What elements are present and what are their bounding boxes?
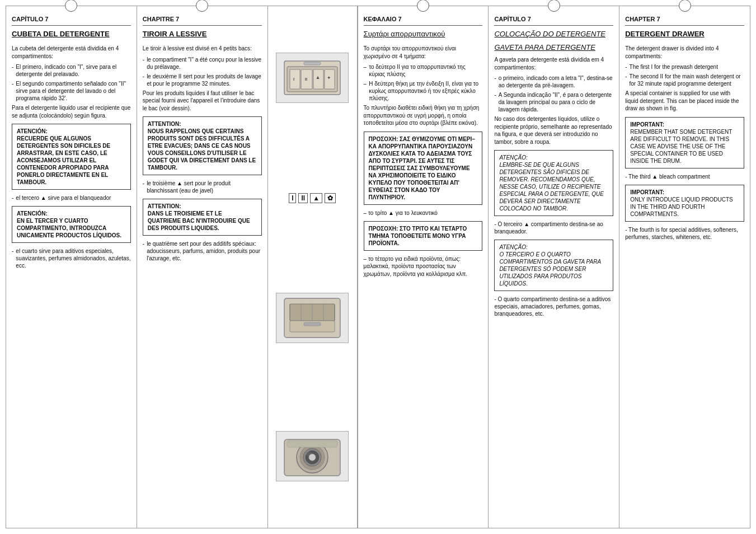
appliance-drum: [276, 431, 349, 481]
appliance-svg-mid: [281, 296, 343, 340]
appliance-drawer-top: I II ▲ ✦: [276, 53, 349, 103]
bullet2-english: - The third ▲ bleach compartment: [625, 173, 744, 180]
circle-top-french: [196, 0, 208, 12]
bullet-spanish-0: - El primero, indicado con "I", sirve pa…: [12, 63, 131, 78]
icon-II: II: [298, 193, 308, 203]
icon-flower: ✿: [325, 193, 336, 203]
body3-greek: – το τέταρτο για ειδικά προϊόντα, όπως: …: [364, 255, 483, 278]
attention2-portuguese: ATENÇÃO: O TERCEIRO E O QUARTO COMPARTIM…: [494, 240, 613, 291]
icon-triangle: ▲: [310, 193, 322, 203]
chapter-label-french: CHAPITRE 7: [143, 15, 262, 26]
bullet-french-0: - le compartiment "I" a été conçu pour l…: [143, 56, 262, 71]
bullet-greek-1: – Η δεύτερη θήκη με την ένδειξη II, είνα…: [364, 80, 483, 102]
svg-point-27: [309, 454, 316, 461]
appliance-svg-top: I II ▲ ✦: [281, 55, 343, 100]
attention1-greek: ΠΡΟΣΟΧΗ: ΣΑΣ ΘΥΜΙΖΟΥΜΕ ΟΤΙ ΜΕΡΙ–ΚΑ ΑΠΟΡΡ…: [364, 132, 483, 205]
body2-greek: Το πλυντήριο διαθέτει ειδική θήκη για τη…: [364, 104, 483, 127]
col-images: I II ▲ ✦ I II ▲ ✿: [268, 6, 358, 528]
chapter-label-greek: ΚΕΦΑΛΑΙΟ 7: [364, 15, 483, 26]
chapter-label-spanish: CAPÍTULO 7: [12, 15, 131, 26]
svg-text:▲: ▲: [316, 74, 321, 80]
col-greek: ΚΕΦΑΛΑΙΟ 7 Συρτάρι απορρυπαντικού Το συρ…: [358, 6, 489, 528]
col-spanish: CAPÍTULO 7 CUBETA DEL DETERGENTE La cube…: [6, 6, 137, 528]
bullet-portuguese-1: - A Segunda indicação "II", é para o det…: [494, 91, 613, 113]
chapter-label-english: CHAPTER 7: [625, 15, 744, 26]
col-french: CHAPITRE 7 TIROIR A LESSIVE Le tiroir à …: [137, 6, 268, 528]
bullet2-greek: – το τρίτο ▲ για το λευκαντικό: [364, 209, 483, 217]
chapter-label-portuguese: CAPÍTULO 7: [494, 15, 613, 26]
attention1-portuguese: ATENÇÃO: LEMBRE-SE DE QUE ALGUNS DETERGE…: [494, 150, 613, 216]
col-english: CHAPTER 7 DETERGENT DRAWER The detergent…: [619, 6, 750, 528]
body1-english: The detergent drawer is divided into 4 c…: [625, 45, 744, 60]
body3-english: - The fourth is for special additives, s…: [625, 226, 744, 241]
body1-spanish: La cubeta del detergente está dividida e…: [12, 45, 131, 60]
body2-english: A special container is supplied for use …: [625, 90, 744, 113]
appliance-drawer-open: [276, 293, 349, 343]
icons-row: I II ▲ ✿: [289, 193, 336, 203]
col-portuguese: CAPÍTULO 7 COLOCAÇÃO DO DETERGENTE GAVET…: [489, 6, 619, 528]
body2-spanish: Para el detergente liquido usar el recip…: [12, 104, 131, 119]
attention2-spanish: ATENCIÓN: EN EL TERCER Y CUARTO COMPARTI…: [12, 206, 131, 243]
bullet-english-1: - The second II for the main wash deterg…: [625, 73, 744, 87]
attention2-french: ATTENTION: DANS LE TROISIEME ET LE QUATR…: [143, 199, 262, 236]
chapter-title-greek: Συρτάρι απορρυπαντικού: [364, 29, 483, 39]
chapter-title-english: DETERGENT DRAWER: [625, 29, 744, 39]
circle-top-spanish: [65, 0, 77, 12]
appliance-svg-bot: [281, 434, 343, 479]
svg-rect-26: [287, 441, 337, 447]
attention1-french: ATTENTION: NOUS RAPPELONS QUE CERTAINS P…: [143, 116, 262, 175]
bullet-portuguese-0: - o primeiro, indicado com a letra "I", …: [494, 74, 613, 89]
bullet-spanish-1: - El segundo compartimento señalado con …: [12, 80, 131, 102]
svg-text:I: I: [293, 77, 294, 82]
body3-french: - le quatrième sert pour des additifs sp…: [143, 240, 262, 262]
body3-spanish: - el cuarto sirve para aditivos especial…: [12, 247, 131, 269]
circle-top-english: [679, 0, 691, 12]
svg-text:✦: ✦: [327, 75, 331, 81]
circle-top-portuguese: [548, 0, 560, 12]
bullet2-spanish: - el tercero ▲ sirve para el blanqueador: [12, 194, 131, 202]
body1-portuguese: A gaveta para detergente está dividida e…: [494, 56, 613, 71]
attention1-spanish: ATENCIÓN: RECUERDE QUE ALGUNOS DETERGENT…: [12, 124, 131, 190]
columns-container: CAPÍTULO 7 CUBETA DEL DETERGENTE La cube…: [6, 6, 750, 528]
bullet-greek-0: – το δεύτερο II για το απορρυπαντικό της…: [364, 63, 483, 78]
icon-I: I: [289, 193, 296, 203]
attention2-english: IMPORTANT: ONLY INTRODUCE LIQUID PRODUCT…: [625, 185, 744, 222]
attention1-english: IMPORTANT: REMEMBER THAT SOME DETERGENT …: [625, 117, 744, 168]
chapter-title-french: TIROIR A LESSIVE: [143, 29, 262, 39]
bullet2-french: - le troisième ▲ sert pour le produit bl…: [143, 180, 262, 194]
chapter-title-portuguese-1: COLOCAÇÃO DO DETERGENTE: [494, 29, 613, 39]
bullet-english-0: - The first I for the prewash detergent: [625, 63, 744, 71]
page: CAPÍTULO 7 CUBETA DEL DETERGENTE La cube…: [0, 0, 756, 534]
svg-text:II: II: [305, 77, 307, 82]
circle-top-greek: [417, 0, 429, 12]
bullet2-portuguese: - O terceiro ▲ compartimento destina-se …: [494, 221, 613, 235]
chapter-title-portuguese-2: GAVETA PARA DETERGENTE: [494, 43, 613, 53]
chapter-title-spanish: CUBETA DEL DETERGENTE: [12, 29, 131, 39]
body2-portuguese: No caso dos detergentes líquidos, utiliz…: [494, 115, 613, 146]
body1-french: Le tiroir à lessive est divisé en 4 peti…: [143, 45, 262, 53]
body2-french: Pour les produits liquides il faut utili…: [143, 90, 262, 113]
body3-portuguese: - O quarto compartimento destina-se a ad…: [494, 296, 613, 317]
body1-greek: Το συρτάρι του απορρυπαντικού είναι χωρι…: [364, 45, 483, 60]
bullet-french-1: - le deuxième II sert pour les produits …: [143, 73, 262, 87]
svg-rect-10: [304, 62, 321, 65]
attention2-greek: ΠΡΟΣΟΧΗ: ΣΤΟ ΤΡΙΤΟ ΚΑΙ ΤΕΤΑΡΤΟ ΤΜΗΜΑ ΤΟΠ…: [364, 221, 483, 251]
svg-rect-2: [290, 69, 300, 89]
svg-rect-17: [304, 322, 321, 326]
